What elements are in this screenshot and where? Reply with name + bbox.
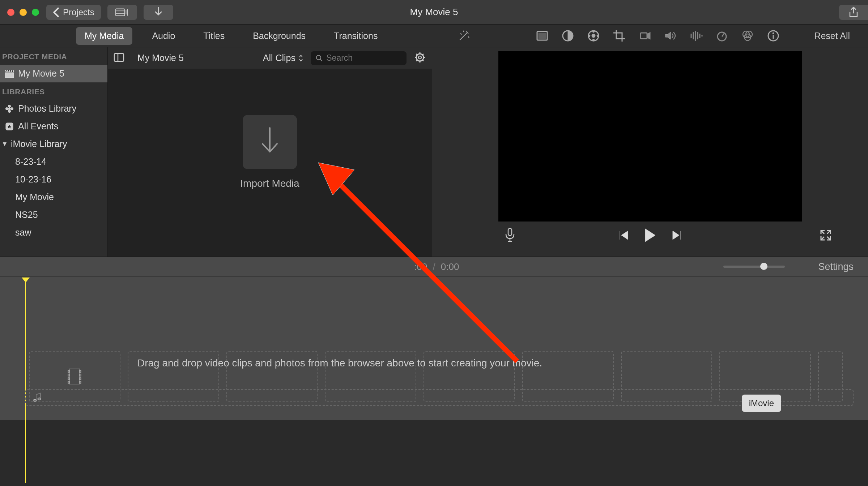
sidebar-icon [114,53,124,62]
svg-rect-31 [508,228,512,236]
tab-backgrounds[interactable]: Backgrounds [244,27,314,45]
svg-rect-26 [114,53,124,61]
color-wheel-icon[interactable] [587,29,600,42]
expand-icon [820,229,832,241]
zoom-slider[interactable] [723,266,785,268]
svg-rect-32 [69,369,80,384]
prev-frame-button[interactable] [618,229,629,242]
timeline-settings-button[interactable]: Settings [818,261,854,272]
color-balance-icon[interactable] [561,29,574,42]
microphone-icon [505,228,515,243]
search-box[interactable] [311,51,407,65]
sidebar-photos-library[interactable]: Photos Library [0,100,107,117]
back-label: Projects [63,7,94,17]
sidebar-event-4[interactable]: saw [0,224,107,241]
sidebar-imovie-library[interactable]: ▼ iMovie Library [0,135,107,153]
projects-back-button[interactable]: Projects [46,5,101,20]
svg-point-28 [316,55,321,60]
svg-rect-36 [68,381,69,383]
noise-reduction-icon[interactable] [690,29,703,42]
maximize-window-button[interactable] [32,9,39,16]
playhead[interactable] [25,278,26,483]
window-title: My Movie 5 [410,7,458,18]
search-icon [316,54,323,62]
clapperboard-icon [5,70,14,78]
import-media-button[interactable]: Import Media [240,115,299,189]
skip-forward-icon [671,229,682,241]
timeline[interactable]: Drag and drop video clips and photos fro… [0,277,868,420]
browser-body[interactable]: Import Media [108,69,432,257]
search-input[interactable] [326,53,401,63]
tab-my-media[interactable]: My Media [76,27,132,45]
timeline-hint: Drag and drop video clips and photos fro… [137,357,542,369]
music-note-icon [33,392,42,403]
svg-rect-39 [80,378,81,380]
sidebar-project-label: My Movie 5 [18,68,64,79]
svg-point-23 [8,110,11,112]
sidebar-event-1[interactable]: 10-23-16 [0,171,107,188]
play-button[interactable] [644,228,657,244]
svg-rect-4 [539,33,546,39]
adjustment-icons: Reset All [432,29,868,42]
sidebar: PROJECT MEDIA My Movie 5 LIBRARIES Photo… [0,47,108,257]
stabilize-icon[interactable] [638,29,651,42]
share-button[interactable] [839,5,868,20]
browser-settings-button[interactable] [414,51,426,65]
minimize-window-button[interactable] [20,9,27,16]
filmstrip-icon [115,7,129,17]
next-frame-button[interactable] [671,229,682,242]
svg-point-41 [34,399,37,401]
svg-point-20 [8,108,10,110]
window-controls [7,9,39,16]
media-tabs: My Media Audio Titles Backgrounds Transi… [0,27,432,45]
filters-icon[interactable] [741,29,754,42]
speed-icon[interactable] [715,29,728,42]
flower-icon [5,104,14,113]
sidebar-event-2[interactable]: My Movie [0,188,107,206]
import-media-box[interactable] [243,115,297,169]
svg-rect-40 [80,381,81,383]
clips-filter-dropdown[interactable]: All Clips [263,53,303,63]
svg-point-18 [773,33,774,34]
sidebar-toggle-button[interactable] [114,53,124,64]
volume-icon[interactable] [664,29,677,42]
sidebar-photos-label: Photos Library [18,103,76,114]
viewer-preview[interactable] [498,51,802,222]
tab-titles[interactable]: Titles [195,27,233,45]
sidebar-event-0[interactable]: 8-23-14 [0,153,107,171]
download-arrow-icon [154,7,163,18]
sidebar-project-item[interactable]: My Movie 5 [0,65,107,82]
zoom-thumb[interactable] [760,263,767,270]
svg-rect-12 [641,33,647,39]
titlebar: Projects My Movie 5 [0,0,868,25]
svg-point-8 [592,30,595,33]
tab-audio[interactable]: Audio [143,27,184,45]
color-correction-icon[interactable] [536,29,549,42]
auto-enhance-icon[interactable] [458,29,471,42]
gear-icon [414,51,426,64]
fullscreen-button[interactable] [820,229,832,243]
audio-track[interactable] [25,389,854,406]
close-window-button[interactable] [7,9,14,16]
viewer-controls [432,222,868,250]
sidebar-all-events[interactable]: All Events [0,117,107,135]
sidebar-imovie-library-label: iMovie Library [11,139,67,149]
media-browser: My Movie 5 All Clips Import Media [108,47,432,257]
media-view-button[interactable] [107,5,137,20]
browser-header: My Movie 5 All Clips [108,47,432,69]
svg-point-9 [597,35,599,37]
disclosure-triangle-icon[interactable]: ▼ [1,140,7,148]
voiceover-button[interactable] [505,228,515,244]
crop-icon[interactable] [613,29,626,42]
viewer [432,47,868,257]
svg-point-30 [418,56,421,59]
svg-rect-38 [80,374,81,376]
import-button[interactable] [144,5,173,20]
download-arrow-icon [259,126,281,158]
play-icon [644,228,657,242]
reset-all-button[interactable]: Reset All [814,31,850,41]
sidebar-event-3[interactable]: NS25 [0,206,107,224]
tab-transitions[interactable]: Transitions [325,27,386,45]
browser-title: My Movie 5 [137,53,184,63]
info-icon[interactable] [767,29,780,42]
